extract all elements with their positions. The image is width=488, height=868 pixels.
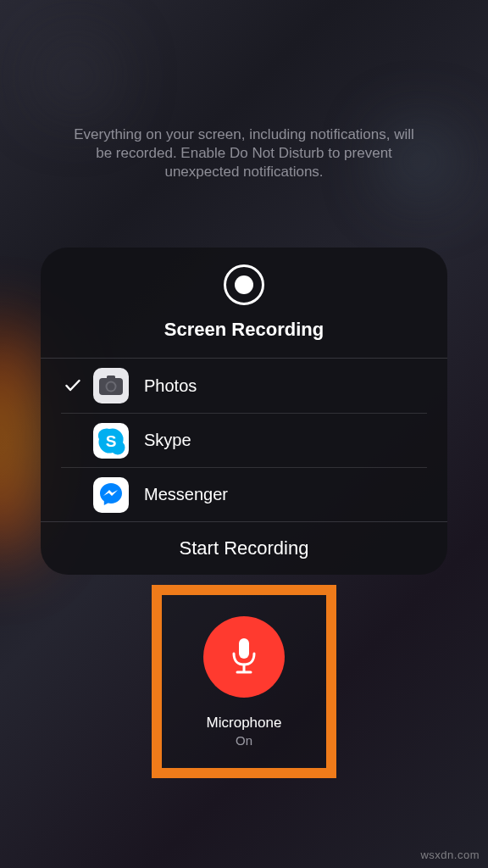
microphone-label: Microphone (207, 715, 282, 732)
app-label: Photos (144, 376, 197, 396)
app-list: Photos S Skype (41, 359, 447, 521)
checkmark-icon (61, 379, 85, 392)
microphone-button[interactable] (203, 616, 285, 698)
svg-point-3 (108, 383, 115, 391)
microphone-state: On (236, 733, 252, 748)
record-icon (224, 264, 264, 305)
svg-text:S: S (106, 432, 117, 450)
app-row-photos[interactable]: Photos (41, 359, 447, 413)
photos-app-icon (93, 368, 129, 403)
sheet-title: Screen Recording (164, 319, 324, 341)
microphone-highlight: Microphone On (152, 585, 336, 778)
instruction-text: Everything on your screen, including not… (66, 125, 422, 181)
app-label: Skype (144, 431, 191, 450)
messenger-app-icon (93, 477, 129, 513)
microphone-icon (228, 636, 260, 678)
start-recording-button[interactable]: Start Recording (41, 522, 447, 575)
app-row-messenger[interactable]: Messenger (61, 467, 427, 521)
watermark: wsxdn.com (420, 849, 480, 861)
skype-app-icon: S (93, 423, 129, 459)
app-label: Messenger (144, 485, 228, 504)
app-row-skype[interactable]: S Skype (61, 413, 427, 467)
svg-rect-5 (239, 638, 249, 659)
svg-rect-1 (107, 376, 115, 379)
screen-recording-sheet: Screen Recording Photos (41, 248, 447, 575)
sheet-header: Screen Recording (41, 248, 447, 358)
